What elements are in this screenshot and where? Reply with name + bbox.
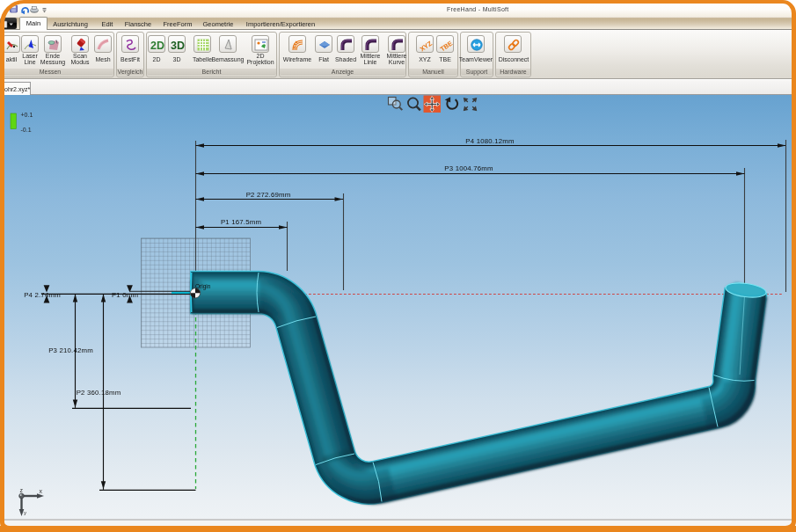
svg-text:P3 1004.76mm: P3 1004.76mm [444, 164, 493, 172]
svg-text:P2 272.69mm: P2 272.69mm [246, 191, 291, 199]
svg-text:P3 210.42mm: P3 210.42mm [48, 346, 93, 354]
svg-text:P1 167.5mm: P1 167.5mm [221, 218, 261, 226]
svg-text:y: y [24, 510, 26, 515]
svg-text:+0.1: +0.1 [21, 112, 33, 118]
svg-text:x: x [40, 488, 43, 494]
svg-text:P4 1080.12mm: P4 1080.12mm [465, 137, 514, 145]
svg-text:Origin: Origin [195, 283, 211, 290]
svg-text:P4 2.74mm: P4 2.74mm [24, 291, 61, 299]
svg-text:z: z [20, 487, 24, 493]
svg-text:-0.1: -0.1 [21, 127, 32, 133]
svg-text:P1 0mm: P1 0mm [112, 291, 138, 299]
svg-text:P2 360.18mm: P2 360.18mm [77, 389, 121, 397]
